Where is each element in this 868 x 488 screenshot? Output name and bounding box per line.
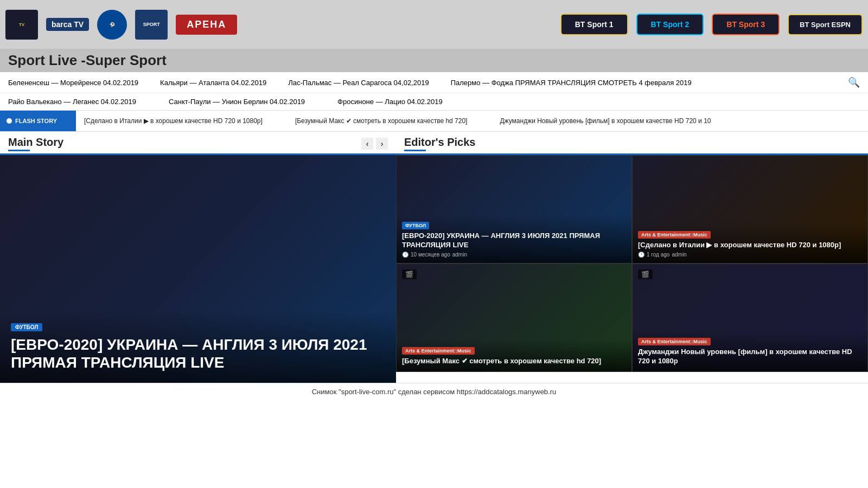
pick-card-2-category: Arts & Entertainment::Music xyxy=(638,231,711,239)
flash-dot xyxy=(7,118,12,124)
pick-card-4-overlay: Arts & Entertainment::Music Джуманджи Но… xyxy=(633,330,867,371)
main-story-card[interactable]: ФУТБОЛ [ЕВРО-2020] УКРАИНА — АНГЛИЯ 3 ИЮ… xyxy=(0,155,396,383)
nav-link-5[interactable]: Райо Вальекано — Леганес 04.02.2019 xyxy=(8,98,136,106)
site-title-bar: Sport Live -Super Sport xyxy=(0,49,868,72)
main-story-header: Main Story ‹ › xyxy=(0,132,396,155)
pick-card-1[interactable]: ФУТБОЛ [ЕВРО-2020] УКРАИНА — АНГЛИЯ 3 ИЮ… xyxy=(396,155,632,264)
nav-next-button[interactable]: › xyxy=(376,138,388,150)
main-story-divider xyxy=(8,150,30,151)
main-story-section: Main Story ‹ › ФУТБОЛ [ЕВРО-2020] УКРАИН… xyxy=(0,132,396,383)
editors-picks-title: Editor's Picks xyxy=(404,136,475,148)
flash-label: FLASH STORY xyxy=(0,111,76,131)
pick-card-2[interactable]: Arts & Entertainment::Music [Сделано в И… xyxy=(632,155,868,264)
editors-picks-header: Editor's Picks xyxy=(396,132,868,155)
pick-card-1-author: admin xyxy=(452,252,467,258)
pick-card-3-overlay: Arts & Entertainment::Music [Безумный Ма… xyxy=(397,339,631,371)
chelsea-logo: ⚽ xyxy=(97,10,127,40)
bt-sport-1-logo[interactable]: BT Sport 1 xyxy=(560,14,628,35)
editors-picks-section: Editor's Picks ФУТБОЛ [ЕВРО-2020] УКРАИН… xyxy=(396,132,868,383)
top-banner: TV barca TV ⚽ SPORT АРЕНА BT Sport 1 BT … xyxy=(0,0,868,49)
nav-link-4[interactable]: Палермо — Фоджа ПРЯМАЯ ТРАНСЛЯЦИЯ СМОТРЕ… xyxy=(451,79,692,87)
flash-item-3: Джуманджи Новый уровень [фильм] в хороше… xyxy=(500,117,711,125)
clock-icon-2: 🕐 xyxy=(638,252,644,258)
sport-logo: SPORT xyxy=(135,10,168,40)
flash-item-1: [Сделано в Италии ▶ в хорошем качестве H… xyxy=(84,117,263,125)
pick-card-4-title: Джуманджи Новый уровень [фильм] в хороше… xyxy=(638,348,862,366)
pick-card-1-title: [ЕВРО-2020] УКРАИНА — АНГЛИЯ 3 ИЮЛЯ 2021… xyxy=(402,232,626,250)
picks-grid: ФУТБОЛ [ЕВРО-2020] УКРАИНА — АНГЛИЯ 3 ИЮ… xyxy=(396,155,868,372)
pick-card-2-time: 1 год ago xyxy=(647,252,669,258)
video-icon-3: 🎬 xyxy=(402,269,417,279)
pick-card-3-title: [Безумный Макс ✔ смотреть в хорошем каче… xyxy=(402,357,626,366)
bt-sport-espn-logo[interactable]: BT Sport ESPN xyxy=(788,14,863,35)
editors-picks-divider xyxy=(404,150,426,151)
nav-link-3[interactable]: Лас-Пальмас — Реал Сарагоса 04,02,2019 xyxy=(288,79,429,87)
pick-card-1-category: ФУТБОЛ xyxy=(402,222,429,229)
site-title: Sport Live -Super Sport xyxy=(8,52,860,69)
tv-logo: TV xyxy=(5,10,38,40)
pick-card-1-time: 10 месяцев ago xyxy=(411,252,450,258)
pick-card-2-author: admin xyxy=(672,252,686,258)
arena-logo: АРЕНА xyxy=(176,15,237,35)
main-story-overlay: ФУТБОЛ [ЕВРО-2020] УКРАИНА — АНГЛИЯ 3 ИЮ… xyxy=(0,311,396,383)
video-icon-4: 🎬 xyxy=(638,269,653,279)
nav-link-2[interactable]: Кальяри — Аталанта 04.02.2019 xyxy=(160,79,266,87)
bt-sport-2-logo[interactable]: BT Sport 2 xyxy=(636,14,704,35)
main-story-card-title: [ЕВРО-2020] УКРАИНА — АНГЛИЯ 3 ИЮЛЯ 2021… xyxy=(11,336,385,372)
nav-arrows: ‹ › xyxy=(361,138,388,150)
barca-tv-logo: barca TV xyxy=(46,18,89,31)
pick-card-4[interactable]: 🎬 Arts & Entertainment::Music Джуманджи … xyxy=(632,264,868,372)
pick-card-1-overlay: ФУТБОЛ [ЕВРО-2020] УКРАИНА — АНГЛИЯ 3 ИЮ… xyxy=(397,214,631,263)
search-icon[interactable]: 🔍 xyxy=(848,76,860,88)
nav-link-7[interactable]: Фросиноне — Лацио 04.02.2019 xyxy=(337,98,443,106)
pick-card-3[interactable]: 🎬 Arts & Entertainment::Music [Безумный … xyxy=(396,264,632,372)
flash-content: [Сделано в Италии ▶ в хорошем качестве H… xyxy=(76,117,868,125)
main-story-title: Main Story xyxy=(8,136,63,148)
pick-card-3-category: Arts & Entertainment::Music xyxy=(402,347,475,355)
pick-card-1-meta: 🕐 10 месяцев ago admin xyxy=(402,252,626,258)
nav-link-6[interactable]: Санкт-Паули — Унион Берлин 04.02.2019 xyxy=(169,98,305,106)
pick-card-2-overlay: Arts & Entertainment::Music [Сделано в И… xyxy=(633,223,867,263)
bt-sport-3-logo[interactable]: BT Sport 3 xyxy=(712,14,780,35)
watermark-text: Снимок "sport-live-com.ru" сделан сервис… xyxy=(312,388,557,396)
nav-row-2: Райо Вальекано — Леганес 04.02.2019 Санк… xyxy=(0,93,868,110)
watermark: Снимок "sport-live-com.ru" сделан сервис… xyxy=(0,383,868,400)
nav-prev-button[interactable]: ‹ xyxy=(361,138,373,150)
pick-card-4-category: Arts & Entertainment::Music xyxy=(638,338,711,345)
nav-link-1[interactable]: Белененсеш — Морейренсе 04.02.2019 xyxy=(8,79,138,87)
pick-card-2-title: [Сделано в Италии ▶ в хорошем качестве H… xyxy=(638,241,862,250)
content-area: Main Story ‹ › ФУТБОЛ [ЕВРО-2020] УКРАИН… xyxy=(0,132,868,383)
main-story-category: ФУТБОЛ xyxy=(11,323,42,331)
flash-bar: FLASH STORY [Сделано в Италии ▶ в хороше… xyxy=(0,110,868,132)
flash-item-2: [Безумный Макс ✔ смотреть в хорошем каче… xyxy=(295,117,468,125)
nav-row-1: Белененсеш — Морейренсе 04.02.2019 Калья… xyxy=(0,72,868,93)
clock-icon: 🕐 xyxy=(402,252,409,258)
pick-card-2-meta: 🕐 1 год ago admin xyxy=(638,252,862,258)
